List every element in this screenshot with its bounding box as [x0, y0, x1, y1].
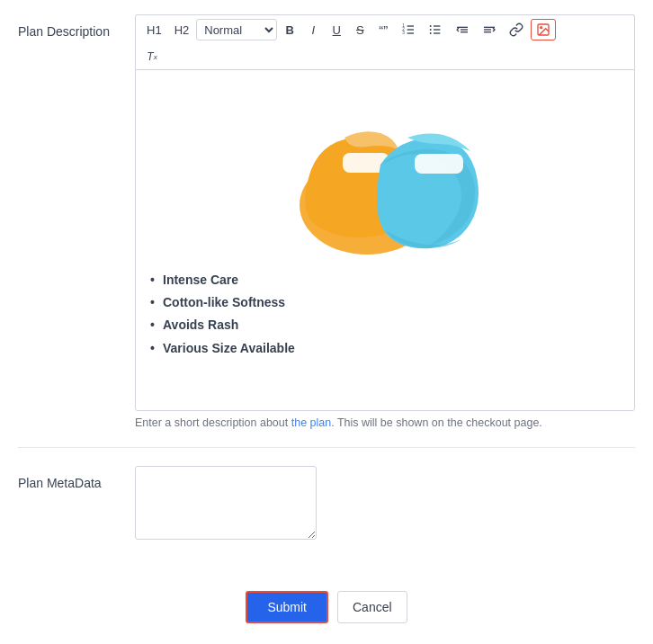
svg-point-11	[430, 32, 432, 34]
helper-text-link[interactable]: the plan	[291, 416, 331, 429]
plan-metadata-row: Plan MetaData	[18, 466, 635, 560]
bullet-item-2: Cotton-like Softness	[163, 291, 625, 314]
underline-button[interactable]: U	[326, 19, 347, 40]
indent-right-button[interactable]	[477, 19, 502, 40]
helper-text: Enter a short description about the plan…	[135, 416, 635, 429]
link-icon	[509, 22, 523, 37]
submit-button[interactable]: Submit	[246, 591, 328, 623]
page-container: Plan Description H1 H2 Normal Heading 1 …	[0, 0, 653, 638]
indent-left-button[interactable]	[450, 19, 475, 40]
clear-format-button[interactable]: Tx	[141, 46, 163, 67]
image-button[interactable]	[531, 19, 556, 40]
ordered-list-button[interactable]: 1 2 3	[396, 19, 421, 40]
cancel-button[interactable]: Cancel	[337, 591, 407, 623]
editor-toolbar-row1: H1 H2 Normal Heading 1 Heading 2 Heading…	[135, 14, 635, 44]
quote-button[interactable]: “”	[372, 19, 394, 40]
svg-point-19	[541, 27, 542, 29]
plan-description-content: H1 H2 Normal Heading 1 Heading 2 Heading…	[135, 14, 635, 429]
svg-point-9	[430, 25, 432, 27]
svg-rect-22	[415, 154, 463, 174]
metadata-input[interactable]	[135, 466, 317, 540]
font-style-select[interactable]: Normal Heading 1 Heading 2 Heading 3	[196, 19, 277, 40]
bold-button[interactable]: B	[279, 19, 300, 40]
h2-button[interactable]: H2	[169, 19, 195, 40]
svg-text:3: 3	[403, 31, 406, 35]
h1-button[interactable]: H1	[141, 19, 167, 40]
ol-icon: 1 2 3	[401, 22, 416, 37]
bullet-item-3: Avoids Rash	[163, 314, 625, 336]
editor-bullet-list: Intense Care Cotton-like Softness Avoids…	[145, 269, 625, 360]
italic-button[interactable]: I	[302, 19, 324, 40]
bullet-item-1: Intense Care	[163, 269, 625, 291]
plan-metadata-content	[135, 466, 635, 542]
image-icon	[536, 22, 550, 37]
editor-image-area	[145, 88, 625, 255]
indent-left-icon	[455, 22, 470, 37]
svg-point-10	[430, 29, 432, 31]
bullet-item-4: Various Size Available	[163, 337, 625, 360]
plan-description-label: Plan Description	[18, 14, 135, 41]
link-button[interactable]	[504, 19, 529, 40]
indent-right-icon	[482, 22, 496, 37]
plan-description-row: Plan Description H1 H2 Normal Heading 1 …	[18, 14, 635, 448]
diaper-image	[282, 88, 488, 255]
form-footer: Submit Cancel	[18, 582, 635, 623]
ul-icon	[428, 22, 443, 37]
unordered-list-button[interactable]	[423, 19, 448, 40]
strikethrough-button[interactable]: S	[349, 19, 371, 40]
plan-metadata-label: Plan MetaData	[18, 466, 135, 493]
editor-body[interactable]: Intense Care Cotton-like Softness Avoids…	[135, 69, 635, 411]
editor-toolbar-row2: Tx	[135, 44, 635, 69]
